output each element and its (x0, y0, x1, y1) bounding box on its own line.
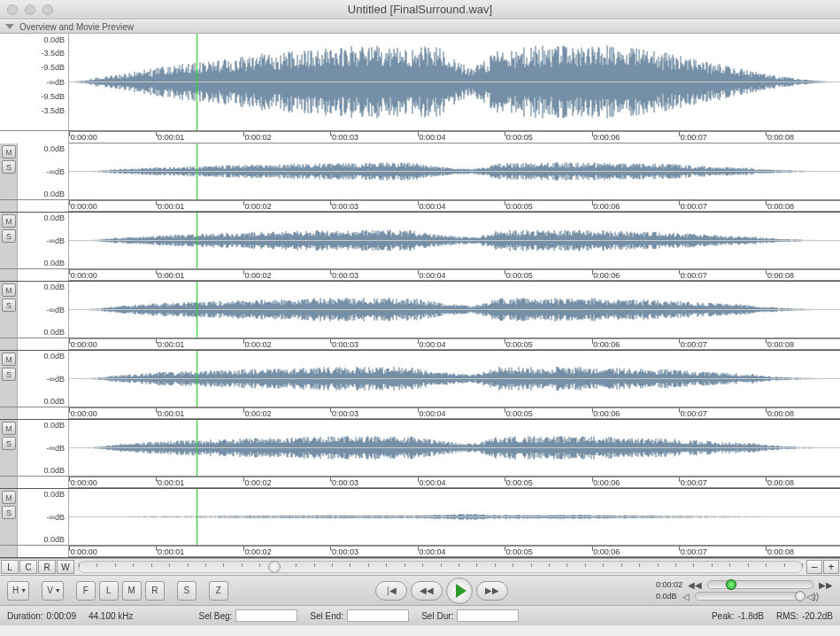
view-l-button[interactable]: L (1, 560, 19, 574)
rewind-button[interactable]: ◀◀ (411, 581, 443, 601)
track-time-ruler[interactable]: '0:00:00'0:00:01'0:00:02'0:00:03'0:00:04… (69, 200, 840, 212)
scroll-ticks (79, 562, 802, 572)
rms-value: -20.2dB (802, 611, 833, 621)
track-ms-col: MS (0, 143, 18, 199)
r-button[interactable]: R (145, 581, 165, 601)
overview-waveform-canvas (69, 34, 840, 130)
track-db-scale: 0.0dB-∞dB0.0dB (18, 489, 69, 545)
view-r-button[interactable]: R (38, 560, 56, 574)
volume-readout: 0.0dB (656, 592, 677, 601)
track-ruler-row: '0:00:00'0:00:01'0:00:02'0:00:03'0:00:04… (0, 546, 840, 558)
to-start-button[interactable]: |◀ (375, 581, 407, 601)
overview-ruler-row: '0:00:00'0:00:01'0:00:02'0:00:03'0:00:04… (0, 131, 840, 143)
track-time-ruler[interactable]: '0:00:00'0:00:01'0:00:02'0:00:03'0:00:04… (69, 546, 840, 557)
seldur-label: Sel Dur: (421, 611, 453, 621)
volume-low-icon: ◁ (682, 592, 690, 601)
track-ms-col: MS (0, 489, 18, 545)
track-waveform-canvas (69, 351, 840, 407)
track-waveform[interactable] (69, 420, 840, 476)
zoom-out-button[interactable]: – (806, 560, 822, 574)
mute-button[interactable]: M (2, 353, 16, 366)
overview-waveform-row: 0.0dB -3.5dB -9.5dB -∞dB -9.5dB -3.5dB (0, 34, 840, 131)
scroll-thumb[interactable] (268, 561, 281, 573)
transport-sliders: 0:00:02 ◀◀ ▶▶ 0.0dB ◁ ◁)) (656, 580, 833, 601)
tracks-container: MS0.0dB-∞dB0.0dB'0:00:00'0:00:01'0:00:02… (0, 143, 840, 558)
track-waveform-canvas (69, 420, 840, 476)
view-c-button[interactable]: C (19, 560, 37, 574)
volume-slider[interactable] (695, 592, 801, 601)
m-button[interactable]: M (122, 581, 142, 601)
selend-input[interactable] (347, 609, 409, 622)
horizontal-scrollbar[interactable] (78, 561, 803, 573)
solo-button[interactable]: S (2, 437, 16, 450)
volume-knob[interactable] (795, 591, 805, 601)
zoom-in-button[interactable]: + (823, 560, 839, 574)
view-w-button[interactable]: W (57, 560, 74, 574)
track-db-scale: 0.0dB-∞dB0.0dB (18, 143, 69, 199)
track-time-ruler[interactable]: '0:00:00'0:00:01'0:00:02'0:00:03'0:00:04… (69, 269, 840, 281)
play-icon (456, 584, 466, 598)
duration-label: Duration: (7, 611, 43, 621)
scrub-slider[interactable] (707, 580, 813, 589)
fast-forward-button[interactable]: ▶▶ (476, 581, 508, 601)
s-button[interactable]: S (177, 581, 197, 601)
selend-label: Sel End: (310, 611, 343, 621)
track-waveform[interactable] (69, 489, 840, 545)
overview-time-ruler[interactable]: '0:00:00'0:00:01'0:00:02'0:00:03'0:00:04… (69, 131, 840, 143)
v-menu-button[interactable]: V▼ (42, 581, 64, 601)
track-waveform-canvas (69, 213, 840, 268)
skip-back-icon[interactable]: ◀◀ (688, 580, 702, 590)
solo-button[interactable]: S (2, 160, 16, 174)
track-waveform-canvas (69, 489, 840, 545)
status-bar: Duration: 0:00:09 44.100 kHz Sel Beg: Se… (0, 606, 840, 625)
solo-button[interactable]: S (2, 506, 16, 519)
track-waveform-canvas (69, 282, 840, 337)
track-ruler-row: '0:00:00'0:00:01'0:00:02'0:00:03'0:00:04… (0, 200, 840, 213)
selbeg-label: Sel Beg: (199, 611, 233, 621)
titlebar: Untitled [FinalSurround.wav] (0, 0, 840, 19)
track-db-scale: 0.0dB-∞dB0.0dB (18, 213, 69, 268)
track-time-ruler[interactable]: '0:00:00'0:00:01'0:00:02'0:00:03'0:00:04… (69, 477, 840, 488)
disclosure-triangle-icon[interactable] (5, 24, 14, 29)
track-ruler-row: '0:00:00'0:00:01'0:00:02'0:00:03'0:00:04… (0, 477, 840, 489)
track-ruler-row: '0:00:00'0:00:01'0:00:02'0:00:03'0:00:04… (0, 338, 840, 351)
track-waveform[interactable] (69, 143, 840, 199)
z-button[interactable]: Z (209, 581, 228, 601)
transport-bar: H▼ V▼ F L M R S Z |◀ ◀◀ ▶▶ 0:00:02 ◀◀ ▶▶ (0, 576, 840, 606)
track-waveform[interactable] (69, 282, 840, 337)
track-waveform[interactable] (69, 213, 840, 268)
skip-fwd-icon[interactable]: ▶▶ (819, 580, 833, 590)
f-button[interactable]: F (76, 581, 96, 601)
track-row: MS0.0dB-∞dB0.0dB (0, 351, 840, 407)
solo-button[interactable]: S (2, 368, 16, 381)
solo-button[interactable]: S (2, 229, 16, 243)
h-menu-button[interactable]: H▼ (7, 581, 29, 601)
track-ms-col: MS (0, 282, 18, 337)
play-button[interactable] (446, 578, 473, 604)
mute-button[interactable]: M (2, 145, 16, 159)
track-row: MS0.0dB-∞dB0.0dB (0, 489, 840, 546)
track-ms-col: MS (0, 420, 18, 476)
selbeg-input[interactable] (235, 609, 297, 622)
track-time-ruler[interactable]: '0:00:00'0:00:01'0:00:02'0:00:03'0:00:04… (69, 338, 840, 350)
track-db-scale: 0.0dB-∞dB0.0dB (18, 351, 69, 407)
overview-header[interactable]: Overview and Movie Preview (0, 19, 840, 34)
scrub-knob[interactable] (726, 579, 736, 590)
editor-area: 0.0dB -3.5dB -9.5dB -∞dB -9.5dB -3.5dB '… (0, 34, 840, 625)
seldur-input[interactable] (457, 609, 519, 622)
overview-db-scale: 0.0dB -3.5dB -9.5dB -∞dB -9.5dB -3.5dB (0, 34, 69, 130)
l-button[interactable]: L (99, 581, 119, 601)
mute-button[interactable]: M (2, 422, 16, 435)
track-ms-col: MS (0, 351, 18, 407)
track-time-ruler[interactable]: '0:00:00'0:00:01'0:00:02'0:00:03'0:00:04… (69, 407, 840, 419)
solo-button[interactable]: S (2, 299, 16, 312)
mute-button[interactable]: M (2, 283, 16, 297)
overview-waveform[interactable] (69, 34, 840, 130)
mute-button[interactable]: M (2, 491, 16, 504)
track-waveform-canvas (69, 143, 840, 199)
track-row: MS0.0dB-∞dB0.0dB (0, 420, 840, 477)
mute-button[interactable]: M (2, 214, 16, 228)
track-ruler-row: '0:00:00'0:00:01'0:00:02'0:00:03'0:00:04… (0, 269, 840, 282)
track-waveform[interactable] (69, 351, 840, 407)
peak-label: Peak: (712, 611, 735, 621)
